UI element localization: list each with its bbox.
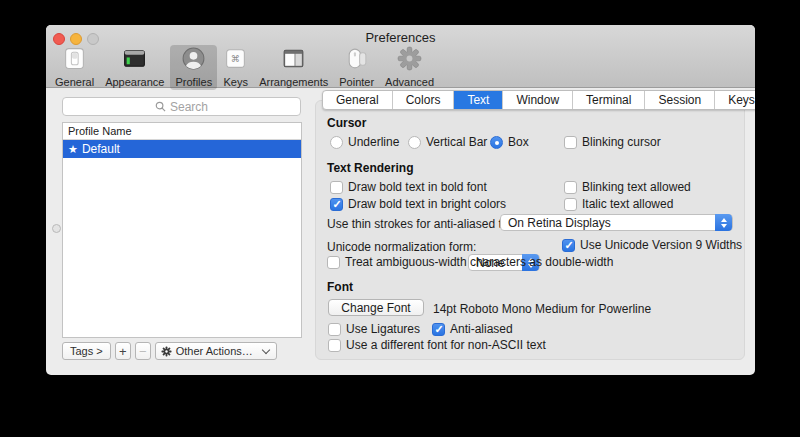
checkbox-icon <box>564 136 577 149</box>
profile-list-header: Profile Name <box>63 123 301 140</box>
profile-actions-bar: Tags > + − Other Actions… <box>62 342 281 360</box>
tab-general[interactable]: General <box>323 91 393 109</box>
toolbar-item-label: Advanced <box>385 76 434 88</box>
bold-font-checkbox[interactable]: Draw bold text in bold font <box>330 180 487 194</box>
tab-keys[interactable]: Keys <box>715 91 755 109</box>
checkbox-icon <box>328 339 341 352</box>
remove-profile-button[interactable]: − <box>135 342 151 360</box>
antialiased-checkbox[interactable]: Anti-aliased <box>432 322 513 336</box>
profile-row-default[interactable]: ★Default <box>63 140 301 158</box>
add-profile-button[interactable]: + <box>115 342 131 360</box>
toolbar-item-appearance[interactable]: Appearance <box>100 45 169 90</box>
blinking-text-checkbox[interactable]: Blinking text allowed <box>564 180 691 194</box>
other-actions-button[interactable]: Other Actions… <box>155 342 277 360</box>
font-heading: Font <box>327 280 353 294</box>
appearance-icon <box>122 46 147 75</box>
radio-icon <box>408 136 421 149</box>
search-icon <box>155 101 166 112</box>
svg-text:⌘: ⌘ <box>231 54 240 64</box>
checkbox-icon <box>564 181 577 194</box>
change-font-button[interactable]: Change Font <box>328 299 424 316</box>
bright-colors-checkbox[interactable]: Draw bold text in bright colors <box>330 197 506 211</box>
toolbar-item-arrangements[interactable]: Arrangements <box>254 45 333 90</box>
keycap-icon: ⌘ <box>223 46 248 75</box>
person-icon <box>181 46 206 75</box>
radio-icon <box>330 136 343 149</box>
toolbar-item-keys[interactable]: ⌘ Keys <box>218 45 253 90</box>
thin-strokes-dropdown[interactable]: On Retina Displays <box>500 214 733 231</box>
unicode-form-label: Unicode normalization form: <box>327 240 476 254</box>
toolbar-item-label: Keys <box>223 76 247 88</box>
italic-text-checkbox[interactable]: Italic text allowed <box>564 197 673 211</box>
search-placeholder: Search <box>170 100 208 114</box>
panes-icon <box>281 46 306 75</box>
tags-button[interactable]: Tags > <box>62 342 111 360</box>
toolbar-item-label: Profiles <box>175 76 212 88</box>
chevron-down-icon <box>262 345 270 353</box>
tab-window[interactable]: Window <box>503 91 573 109</box>
tab-colors[interactable]: Colors <box>393 91 455 109</box>
default-star-icon: ★ <box>68 143 78 155</box>
radio-icon <box>490 136 503 149</box>
checkbox-icon <box>432 323 445 336</box>
switch-icon <box>62 46 87 75</box>
gear-icon <box>397 46 422 75</box>
checkbox-icon <box>330 181 343 194</box>
blinking-cursor-checkbox[interactable]: Blinking cursor <box>564 135 661 149</box>
window-title: Preferences <box>46 30 755 45</box>
cursor-radio-box[interactable]: Box <box>490 135 529 149</box>
tab-text[interactable]: Text <box>454 91 503 109</box>
profile-search-field[interactable]: Search <box>62 97 301 116</box>
preferences-window: Preferences General Appearance Profiles <box>46 25 755 375</box>
tab-session[interactable]: Session <box>645 91 715 109</box>
checkbox-icon <box>327 256 340 269</box>
toolbar-item-label: Arrangements <box>259 76 328 88</box>
profile-tabs: General Colors Text Window Terminal Sess… <box>322 90 755 110</box>
unicode-widths-checkbox[interactable]: Use Unicode Version 9 Widths <box>562 238 742 252</box>
other-actions-label: Other Actions… <box>176 345 253 357</box>
current-font-label: 14pt Roboto Mono Medium for Powerline <box>433 302 651 316</box>
profile-name: Default <box>82 142 120 156</box>
toolbar-item-advanced[interactable]: Advanced <box>380 45 439 90</box>
window-chrome: Preferences General Appearance Profiles <box>46 25 755 88</box>
toolbar-item-profiles[interactable]: Profiles <box>170 45 217 90</box>
checkbox-icon <box>328 323 341 336</box>
profile-list: Profile Name ★Default <box>62 122 302 338</box>
mouse-icon <box>344 46 369 75</box>
checkbox-icon <box>330 198 343 211</box>
ambiguous-width-checkbox[interactable]: Treat ambiguous-width characters as doub… <box>327 255 613 269</box>
stepper-icon <box>715 214 732 231</box>
gear-icon <box>161 346 172 357</box>
cursor-radio-underline[interactable]: Underline <box>330 135 399 149</box>
cursor-radio-vertical-bar[interactable]: Vertical Bar <box>408 135 487 149</box>
toolbar-item-label: General <box>55 76 94 88</box>
thin-strokes-label: Use thin strokes for anti-aliased text <box>327 217 518 231</box>
toolbar-item-label: Appearance <box>105 76 164 88</box>
preferences-toolbar: General Appearance Profiles ⌘ Keys <box>50 45 440 88</box>
toolbar-item-general[interactable]: General <box>50 45 99 90</box>
checkbox-icon <box>562 239 575 252</box>
toolbar-item-pointer[interactable]: Pointer <box>334 45 379 90</box>
text-rendering-heading: Text Rendering <box>327 161 413 175</box>
ligatures-checkbox[interactable]: Use Ligatures <box>328 322 420 336</box>
cursor-heading: Cursor <box>327 116 366 130</box>
tab-terminal[interactable]: Terminal <box>573 91 645 109</box>
splitter-knob[interactable] <box>52 224 61 233</box>
toolbar-item-label: Pointer <box>339 76 374 88</box>
non-ascii-font-checkbox[interactable]: Use a different font for non-ASCII text <box>328 338 546 352</box>
checkbox-icon <box>564 198 577 211</box>
